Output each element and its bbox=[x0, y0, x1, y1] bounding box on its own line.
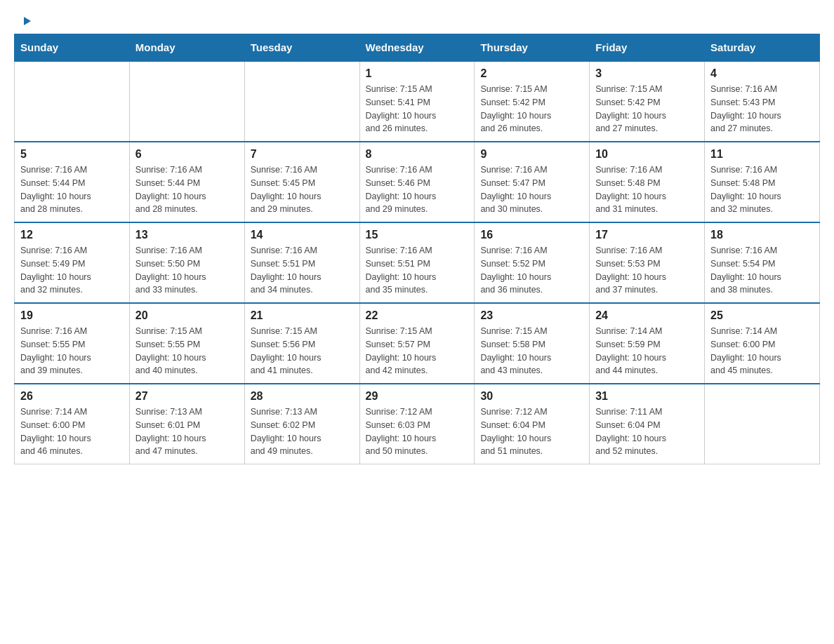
calendar-table: SundayMondayTuesdayWednesdayThursdayFrid… bbox=[14, 34, 820, 464]
calendar-cell bbox=[244, 61, 359, 142]
day-info: Sunrise: 7:13 AMSunset: 6:02 PMDaylight:… bbox=[251, 405, 354, 458]
day-number: 16 bbox=[480, 229, 583, 241]
day-info: Sunrise: 7:16 AMSunset: 5:53 PMDaylight:… bbox=[595, 244, 699, 297]
calendar-cell: 22Sunrise: 7:15 AMSunset: 5:57 PMDayligh… bbox=[359, 303, 475, 384]
column-header-monday: Monday bbox=[129, 34, 244, 62]
column-header-sunday: Sunday bbox=[15, 34, 130, 62]
day-info: Sunrise: 7:15 AMSunset: 5:41 PMDaylight:… bbox=[366, 83, 469, 135]
day-number: 1 bbox=[366, 67, 469, 80]
day-info: Sunrise: 7:16 AMSunset: 5:44 PMDaylight:… bbox=[20, 163, 124, 216]
day-number: 30 bbox=[480, 390, 583, 403]
day-number: 18 bbox=[710, 229, 814, 241]
day-info: Sunrise: 7:15 AMSunset: 5:42 PMDaylight:… bbox=[595, 83, 699, 135]
day-number: 8 bbox=[366, 148, 469, 161]
day-info: Sunrise: 7:14 AMSunset: 5:59 PMDaylight:… bbox=[595, 325, 699, 377]
day-info: Sunrise: 7:15 AMSunset: 5:56 PMDaylight:… bbox=[251, 325, 354, 377]
week-row-5: 26Sunrise: 7:14 AMSunset: 6:00 PMDayligh… bbox=[15, 384, 820, 464]
day-info: Sunrise: 7:12 AMSunset: 6:04 PMDaylight:… bbox=[480, 405, 583, 458]
calendar-cell: 12Sunrise: 7:16 AMSunset: 5:49 PMDayligh… bbox=[15, 222, 130, 303]
day-number: 6 bbox=[135, 148, 239, 161]
day-info: Sunrise: 7:14 AMSunset: 6:00 PMDaylight:… bbox=[20, 405, 124, 458]
calendar-cell: 11Sunrise: 7:16 AMSunset: 5:48 PMDayligh… bbox=[705, 142, 820, 222]
day-info: Sunrise: 7:16 AMSunset: 5:48 PMDaylight:… bbox=[595, 163, 699, 216]
day-info: Sunrise: 7:15 AMSunset: 5:42 PMDaylight:… bbox=[480, 83, 583, 135]
day-info: Sunrise: 7:16 AMSunset: 5:44 PMDaylight:… bbox=[135, 163, 239, 216]
calendar-cell: 25Sunrise: 7:14 AMSunset: 6:00 PMDayligh… bbox=[705, 303, 820, 384]
calendar-cell: 9Sunrise: 7:16 AMSunset: 5:47 PMDaylight… bbox=[475, 142, 590, 222]
day-info: Sunrise: 7:16 AMSunset: 5:49 PMDaylight:… bbox=[20, 244, 124, 297]
day-number: 24 bbox=[595, 309, 699, 322]
day-number: 2 bbox=[480, 67, 583, 80]
calendar-cell bbox=[129, 61, 244, 142]
week-row-3: 12Sunrise: 7:16 AMSunset: 5:49 PMDayligh… bbox=[15, 222, 820, 303]
day-number: 27 bbox=[135, 390, 239, 403]
page-header bbox=[14, 14, 820, 27]
calendar-cell: 20Sunrise: 7:15 AMSunset: 5:55 PMDayligh… bbox=[129, 303, 244, 384]
day-info: Sunrise: 7:16 AMSunset: 5:43 PMDaylight:… bbox=[710, 83, 814, 135]
day-number: 12 bbox=[20, 229, 124, 241]
day-info: Sunrise: 7:16 AMSunset: 5:46 PMDaylight:… bbox=[366, 163, 469, 216]
calendar-cell: 17Sunrise: 7:16 AMSunset: 5:53 PMDayligh… bbox=[590, 222, 705, 303]
column-header-thursday: Thursday bbox=[475, 34, 590, 62]
day-info: Sunrise: 7:16 AMSunset: 5:45 PMDaylight:… bbox=[251, 163, 354, 216]
day-info: Sunrise: 7:16 AMSunset: 5:51 PMDaylight:… bbox=[251, 244, 354, 297]
day-number: 3 bbox=[595, 67, 699, 80]
week-row-4: 19Sunrise: 7:16 AMSunset: 5:55 PMDayligh… bbox=[15, 303, 820, 384]
calendar-cell: 6Sunrise: 7:16 AMSunset: 5:44 PMDaylight… bbox=[129, 142, 244, 222]
calendar-cell: 3Sunrise: 7:15 AMSunset: 5:42 PMDaylight… bbox=[590, 61, 705, 142]
week-row-2: 5Sunrise: 7:16 AMSunset: 5:44 PMDaylight… bbox=[15, 142, 820, 222]
column-header-saturday: Saturday bbox=[705, 34, 820, 62]
day-number: 25 bbox=[710, 309, 814, 322]
calendar-cell: 19Sunrise: 7:16 AMSunset: 5:55 PMDayligh… bbox=[15, 303, 130, 384]
svg-marker-0 bbox=[24, 17, 31, 25]
day-info: Sunrise: 7:16 AMSunset: 5:55 PMDaylight:… bbox=[20, 325, 124, 377]
calendar-cell: 15Sunrise: 7:16 AMSunset: 5:51 PMDayligh… bbox=[359, 222, 475, 303]
day-number: 31 bbox=[595, 390, 699, 403]
day-number: 29 bbox=[366, 390, 469, 403]
calendar-header-row: SundayMondayTuesdayWednesdayThursdayFrid… bbox=[15, 34, 820, 62]
calendar-cell: 24Sunrise: 7:14 AMSunset: 5:59 PMDayligh… bbox=[590, 303, 705, 384]
day-info: Sunrise: 7:11 AMSunset: 6:04 PMDaylight:… bbox=[595, 405, 699, 458]
calendar-cell: 26Sunrise: 7:14 AMSunset: 6:00 PMDayligh… bbox=[15, 384, 130, 464]
day-info: Sunrise: 7:13 AMSunset: 6:01 PMDaylight:… bbox=[135, 405, 239, 458]
day-number: 22 bbox=[366, 309, 469, 322]
day-number: 11 bbox=[710, 148, 814, 161]
day-number: 17 bbox=[595, 229, 699, 241]
calendar-cell: 16Sunrise: 7:16 AMSunset: 5:52 PMDayligh… bbox=[475, 222, 590, 303]
day-number: 9 bbox=[480, 148, 583, 161]
calendar-cell: 30Sunrise: 7:12 AMSunset: 6:04 PMDayligh… bbox=[475, 384, 590, 464]
calendar-cell bbox=[705, 384, 820, 464]
calendar-cell: 8Sunrise: 7:16 AMSunset: 5:46 PMDaylight… bbox=[359, 142, 475, 222]
column-header-wednesday: Wednesday bbox=[359, 34, 475, 62]
day-number: 28 bbox=[251, 390, 354, 403]
day-number: 20 bbox=[135, 309, 239, 322]
calendar-cell: 21Sunrise: 7:15 AMSunset: 5:56 PMDayligh… bbox=[244, 303, 359, 384]
day-info: Sunrise: 7:15 AMSunset: 5:58 PMDaylight:… bbox=[480, 325, 583, 377]
calendar-cell: 1Sunrise: 7:15 AMSunset: 5:41 PMDaylight… bbox=[359, 61, 475, 142]
day-number: 4 bbox=[710, 67, 814, 80]
day-number: 14 bbox=[251, 229, 354, 241]
week-row-1: 1Sunrise: 7:15 AMSunset: 5:41 PMDaylight… bbox=[15, 61, 820, 142]
calendar-cell bbox=[15, 61, 130, 142]
calendar-cell: 23Sunrise: 7:15 AMSunset: 5:58 PMDayligh… bbox=[475, 303, 590, 384]
day-number: 19 bbox=[20, 309, 124, 322]
day-number: 26 bbox=[20, 390, 124, 403]
calendar-cell: 10Sunrise: 7:16 AMSunset: 5:48 PMDayligh… bbox=[590, 142, 705, 222]
calendar-cell: 5Sunrise: 7:16 AMSunset: 5:44 PMDaylight… bbox=[15, 142, 130, 222]
calendar-cell: 31Sunrise: 7:11 AMSunset: 6:04 PMDayligh… bbox=[590, 384, 705, 464]
day-info: Sunrise: 7:16 AMSunset: 5:51 PMDaylight:… bbox=[366, 244, 469, 297]
calendar-cell: 27Sunrise: 7:13 AMSunset: 6:01 PMDayligh… bbox=[129, 384, 244, 464]
column-header-tuesday: Tuesday bbox=[244, 34, 359, 62]
logo-flag-icon bbox=[15, 15, 32, 32]
calendar-cell: 28Sunrise: 7:13 AMSunset: 6:02 PMDayligh… bbox=[244, 384, 359, 464]
day-info: Sunrise: 7:14 AMSunset: 6:00 PMDaylight:… bbox=[710, 325, 814, 377]
day-info: Sunrise: 7:16 AMSunset: 5:54 PMDaylight:… bbox=[710, 244, 814, 297]
calendar-cell: 4Sunrise: 7:16 AMSunset: 5:43 PMDaylight… bbox=[705, 61, 820, 142]
day-number: 21 bbox=[251, 309, 354, 322]
calendar-cell: 13Sunrise: 7:16 AMSunset: 5:50 PMDayligh… bbox=[129, 222, 244, 303]
day-number: 10 bbox=[595, 148, 699, 161]
calendar-cell: 7Sunrise: 7:16 AMSunset: 5:45 PMDaylight… bbox=[244, 142, 359, 222]
day-info: Sunrise: 7:16 AMSunset: 5:48 PMDaylight:… bbox=[710, 163, 814, 216]
calendar-cell: 18Sunrise: 7:16 AMSunset: 5:54 PMDayligh… bbox=[705, 222, 820, 303]
calendar-cell: 14Sunrise: 7:16 AMSunset: 5:51 PMDayligh… bbox=[244, 222, 359, 303]
